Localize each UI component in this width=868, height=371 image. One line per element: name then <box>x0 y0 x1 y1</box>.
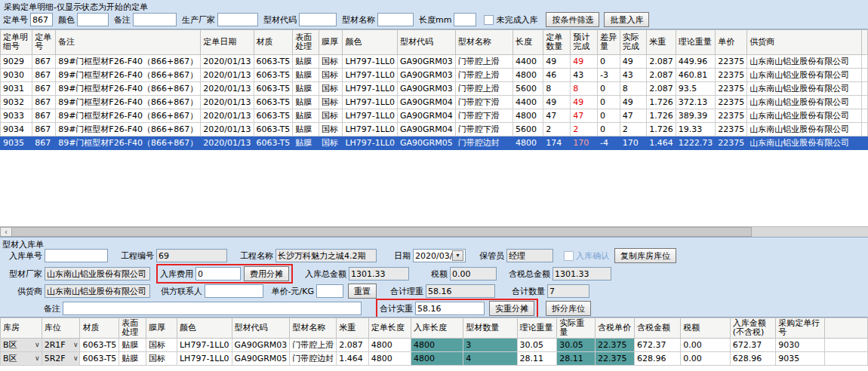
cell[interactable]: 9030 <box>776 339 825 352</box>
cell[interactable]: 国标 <box>319 82 342 96</box>
column-header[interactable]: 含税单价 <box>596 318 635 339</box>
cell[interactable]: 6063-T5 <box>80 339 119 352</box>
cell[interactable]: LH797-1LL0 <box>343 55 398 69</box>
cell[interactable]: 4800 <box>368 352 411 366</box>
cell[interactable]: 89#门框型材F26-F40（866+867） <box>56 96 201 109</box>
cell[interactable]: 867 <box>32 136 56 150</box>
column-header[interactable]: 型材数量 <box>463 318 517 339</box>
cell[interactable]: 2020/01/13 <box>201 96 254 109</box>
color-input[interactable] <box>77 13 109 26</box>
date-input[interactable]: 2020/03/31 ▾ <box>413 249 466 262</box>
cell[interactable]: 0 <box>598 96 620 109</box>
table-row[interactable]: B区∨2R1F∨6063-T5贴膜国标LH797-1LL0GA90GRM03门带… <box>1 339 868 352</box>
cell[interactable]: 49 <box>571 96 598 109</box>
cell[interactable]: 2020/01/13 <box>201 123 254 136</box>
cell[interactable]: 372.13 <box>676 96 716 109</box>
cell[interactable]: 贴膜 <box>293 136 319 150</box>
total-actual-weight-input[interactable] <box>415 302 485 315</box>
table-row[interactable]: 903086789#门框型材F26-F40（866+867）2020/01/13… <box>1 69 868 82</box>
cell[interactable]: 8 <box>571 82 598 96</box>
cell[interactable]: 2.087 <box>647 69 676 82</box>
column-header[interactable]: 长度 <box>512 30 543 55</box>
cell[interactable]: LH797-1LL0 <box>343 136 398 150</box>
column-header[interactable]: 表面处理 <box>293 30 319 55</box>
cell[interactable]: 49 <box>543 96 571 109</box>
column-header[interactable]: 理论重量 <box>676 30 716 55</box>
cell[interactable]: 6063-T5 <box>254 109 293 123</box>
calendar-dropdown-icon[interactable]: ▾ <box>452 250 463 261</box>
cell[interactable]: 22375 <box>716 136 747 150</box>
cell[interactable]: 贴膜 <box>119 339 146 352</box>
cell[interactable]: 9029 <box>1 55 32 69</box>
cell[interactable]: 2020/01/13 <box>201 109 254 123</box>
cell[interactable]: 628.96 <box>730 352 775 366</box>
tax-total-input[interactable] <box>553 267 611 281</box>
unfinished-inbound-checkbox[interactable] <box>484 15 494 25</box>
column-header[interactable]: 采购定单行号 <box>776 318 825 339</box>
fee-allocate-button[interactable]: 费用分摊 <box>244 266 289 281</box>
cell[interactable]: 门带腔边封 <box>455 136 512 150</box>
cell[interactable]: 8 <box>620 82 646 96</box>
cell[interactable]: 国标 <box>319 123 342 136</box>
cell[interactable]: 6063-T5 <box>254 82 293 96</box>
cell[interactable]: 389.39 <box>676 109 716 123</box>
cell[interactable]: B区∨ <box>1 339 42 352</box>
cell[interactable]: 门带腔上滑 <box>455 55 512 69</box>
cell[interactable]: LH797-1LL0 <box>343 69 398 82</box>
cell[interactable]: 43 <box>620 69 646 82</box>
cell[interactable]: LH797-1LL0 <box>343 123 398 136</box>
keeper-input[interactable] <box>506 249 553 262</box>
cell[interactable]: 4800 <box>411 352 463 366</box>
cell[interactable]: 4800 <box>368 339 411 352</box>
cell[interactable]: 1.464 <box>337 352 368 366</box>
cell[interactable]: 3 <box>463 339 517 352</box>
project-no-input[interactable] <box>156 249 227 262</box>
cell[interactable]: 国标 <box>146 339 177 352</box>
column-header[interactable]: 定单号 <box>32 30 56 55</box>
cell[interactable]: 6063-T5 <box>254 96 293 109</box>
cell[interactable]: 89#门框型材F26-F40（866+867） <box>56 123 201 136</box>
cell[interactable]: 22375 <box>716 96 747 109</box>
cell[interactable]: 山东南山铝业股份有限公司 <box>747 69 862 82</box>
cell[interactable]: 49 <box>571 55 598 69</box>
cell[interactable]: 5600 <box>512 82 543 96</box>
cell[interactable]: 0 <box>598 109 620 123</box>
table-row[interactable]: 903186789#门框型材F26-F40（866+867）2020/01/13… <box>1 82 868 96</box>
cell[interactable]: 2 <box>543 123 571 136</box>
cell[interactable]: 9033 <box>1 109 32 123</box>
inbound-total-input[interactable] <box>349 267 409 281</box>
column-header[interactable]: 定单明细号 <box>1 30 32 55</box>
cell[interactable]: 4800 <box>512 109 543 123</box>
column-header[interactable]: 实际完成 <box>620 30 646 55</box>
cell[interactable]: 4800 <box>512 69 543 82</box>
cell[interactable]: 1222.73 <box>676 136 716 150</box>
column-header[interactable]: 入库金额(不含税) <box>730 318 775 339</box>
cell[interactable]: 贴膜 <box>293 69 319 82</box>
cell[interactable]: 672.37 <box>730 339 775 352</box>
cell[interactable]: -4 <box>598 136 620 150</box>
cell[interactable]: 22.375 <box>596 339 635 352</box>
cell[interactable]: 5R2F∨ <box>42 352 80 366</box>
cell[interactable]: 867 <box>32 109 56 123</box>
manufacturer-input[interactable] <box>217 13 258 26</box>
cell[interactable]: 2.087 <box>337 339 368 352</box>
column-header[interactable]: 预计完成 <box>571 30 598 55</box>
column-header[interactable]: 备注 <box>56 30 201 55</box>
column-header[interactable]: 供货商 <box>747 30 862 55</box>
cell[interactable]: 867 <box>32 82 56 96</box>
column-header[interactable]: 税额 <box>681 318 730 339</box>
inbound-no-input[interactable] <box>45 249 108 262</box>
cell[interactable]: 门带腔上滑 <box>455 69 512 82</box>
cell[interactable]: 0 <box>598 82 620 96</box>
column-header[interactable]: 差异量 <box>598 30 620 55</box>
cell[interactable]: 22375 <box>716 123 747 136</box>
cell[interactable]: 22375 <box>716 109 747 123</box>
cell[interactable]: 28.11 <box>557 352 596 366</box>
column-header[interactable]: 库房 <box>1 318 42 339</box>
cell[interactable]: 2.087 <box>647 55 676 69</box>
project-name-input[interactable] <box>275 249 377 262</box>
column-header[interactable]: 理论重量 <box>517 318 557 339</box>
cell[interactable]: GA90GRM03 <box>232 339 290 352</box>
cell[interactable]: GA90GRM04 <box>398 109 456 123</box>
cell[interactable]: 贴膜 <box>293 82 319 96</box>
